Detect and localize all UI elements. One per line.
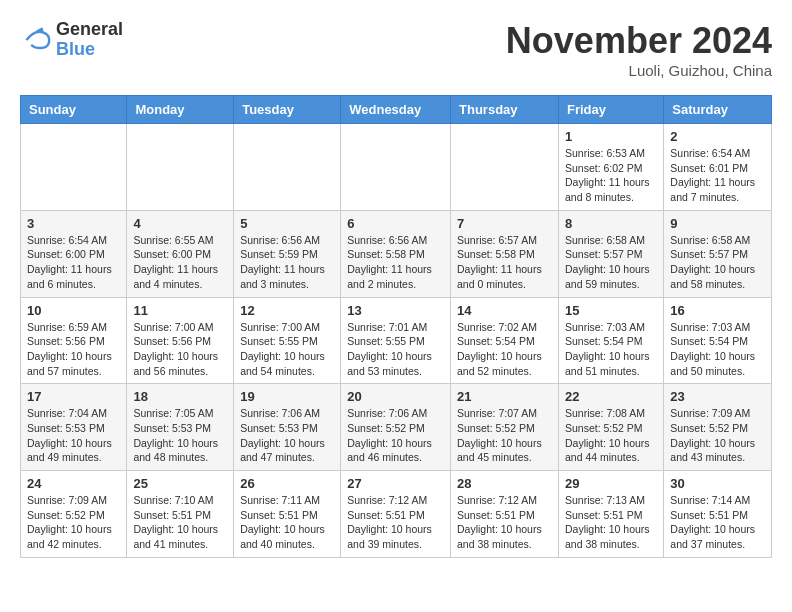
day-info: Sunrise: 6:53 AM Sunset: 6:02 PM Dayligh…	[565, 146, 657, 205]
calendar-cell: 2Sunrise: 6:54 AM Sunset: 6:01 PM Daylig…	[664, 124, 772, 211]
day-number: 22	[565, 389, 657, 404]
day-number: 26	[240, 476, 334, 491]
calendar-cell: 7Sunrise: 6:57 AM Sunset: 5:58 PM Daylig…	[451, 210, 559, 297]
calendar-week-row: 24Sunrise: 7:09 AM Sunset: 5:52 PM Dayli…	[21, 471, 772, 558]
weekday-header: Friday	[558, 96, 663, 124]
day-info: Sunrise: 7:01 AM Sunset: 5:55 PM Dayligh…	[347, 320, 444, 379]
day-info: Sunrise: 6:59 AM Sunset: 5:56 PM Dayligh…	[27, 320, 120, 379]
weekday-header: Saturday	[664, 96, 772, 124]
calendar-cell: 18Sunrise: 7:05 AM Sunset: 5:53 PM Dayli…	[127, 384, 234, 471]
calendar-cell: 9Sunrise: 6:58 AM Sunset: 5:57 PM Daylig…	[664, 210, 772, 297]
day-info: Sunrise: 7:12 AM Sunset: 5:51 PM Dayligh…	[347, 493, 444, 552]
calendar-cell	[234, 124, 341, 211]
day-info: Sunrise: 7:12 AM Sunset: 5:51 PM Dayligh…	[457, 493, 552, 552]
calendar-week-row: 3Sunrise: 6:54 AM Sunset: 6:00 PM Daylig…	[21, 210, 772, 297]
calendar-cell: 27Sunrise: 7:12 AM Sunset: 5:51 PM Dayli…	[341, 471, 451, 558]
day-number: 28	[457, 476, 552, 491]
calendar-cell: 25Sunrise: 7:10 AM Sunset: 5:51 PM Dayli…	[127, 471, 234, 558]
day-info: Sunrise: 6:54 AM Sunset: 6:00 PM Dayligh…	[27, 233, 120, 292]
page-header: General Blue November 2024 Luoli, Guizho…	[20, 20, 772, 79]
day-info: Sunrise: 7:04 AM Sunset: 5:53 PM Dayligh…	[27, 406, 120, 465]
calendar-cell	[21, 124, 127, 211]
day-number: 4	[133, 216, 227, 231]
weekday-header: Thursday	[451, 96, 559, 124]
day-number: 10	[27, 303, 120, 318]
weekday-header: Wednesday	[341, 96, 451, 124]
calendar-cell: 20Sunrise: 7:06 AM Sunset: 5:52 PM Dayli…	[341, 384, 451, 471]
logo-icon	[20, 24, 52, 56]
calendar-cell: 11Sunrise: 7:00 AM Sunset: 5:56 PM Dayli…	[127, 297, 234, 384]
calendar-cell: 8Sunrise: 6:58 AM Sunset: 5:57 PM Daylig…	[558, 210, 663, 297]
day-number: 7	[457, 216, 552, 231]
calendar-cell: 1Sunrise: 6:53 AM Sunset: 6:02 PM Daylig…	[558, 124, 663, 211]
day-number: 25	[133, 476, 227, 491]
calendar-week-row: 1Sunrise: 6:53 AM Sunset: 6:02 PM Daylig…	[21, 124, 772, 211]
calendar-cell: 28Sunrise: 7:12 AM Sunset: 5:51 PM Dayli…	[451, 471, 559, 558]
calendar-week-row: 17Sunrise: 7:04 AM Sunset: 5:53 PM Dayli…	[21, 384, 772, 471]
day-info: Sunrise: 6:58 AM Sunset: 5:57 PM Dayligh…	[670, 233, 765, 292]
calendar-cell	[341, 124, 451, 211]
day-info: Sunrise: 7:02 AM Sunset: 5:54 PM Dayligh…	[457, 320, 552, 379]
day-info: Sunrise: 7:03 AM Sunset: 5:54 PM Dayligh…	[565, 320, 657, 379]
day-info: Sunrise: 6:55 AM Sunset: 6:00 PM Dayligh…	[133, 233, 227, 292]
calendar-table: SundayMondayTuesdayWednesdayThursdayFrid…	[20, 95, 772, 558]
calendar-cell: 14Sunrise: 7:02 AM Sunset: 5:54 PM Dayli…	[451, 297, 559, 384]
calendar-cell: 22Sunrise: 7:08 AM Sunset: 5:52 PM Dayli…	[558, 384, 663, 471]
day-number: 12	[240, 303, 334, 318]
day-number: 24	[27, 476, 120, 491]
day-number: 17	[27, 389, 120, 404]
calendar-cell: 13Sunrise: 7:01 AM Sunset: 5:55 PM Dayli…	[341, 297, 451, 384]
calendar-cell: 29Sunrise: 7:13 AM Sunset: 5:51 PM Dayli…	[558, 471, 663, 558]
calendar-cell: 4Sunrise: 6:55 AM Sunset: 6:00 PM Daylig…	[127, 210, 234, 297]
calendar-cell: 24Sunrise: 7:09 AM Sunset: 5:52 PM Dayli…	[21, 471, 127, 558]
day-number: 8	[565, 216, 657, 231]
day-number: 5	[240, 216, 334, 231]
calendar-cell: 21Sunrise: 7:07 AM Sunset: 5:52 PM Dayli…	[451, 384, 559, 471]
day-info: Sunrise: 7:00 AM Sunset: 5:55 PM Dayligh…	[240, 320, 334, 379]
day-number: 9	[670, 216, 765, 231]
logo-line2: Blue	[56, 40, 123, 60]
calendar-cell: 26Sunrise: 7:11 AM Sunset: 5:51 PM Dayli…	[234, 471, 341, 558]
day-info: Sunrise: 7:06 AM Sunset: 5:53 PM Dayligh…	[240, 406, 334, 465]
weekday-header: Sunday	[21, 96, 127, 124]
day-info: Sunrise: 6:56 AM Sunset: 5:59 PM Dayligh…	[240, 233, 334, 292]
calendar-cell: 6Sunrise: 6:56 AM Sunset: 5:58 PM Daylig…	[341, 210, 451, 297]
calendar-cell: 15Sunrise: 7:03 AM Sunset: 5:54 PM Dayli…	[558, 297, 663, 384]
day-number: 23	[670, 389, 765, 404]
day-number: 30	[670, 476, 765, 491]
day-number: 1	[565, 129, 657, 144]
calendar-cell: 3Sunrise: 6:54 AM Sunset: 6:00 PM Daylig…	[21, 210, 127, 297]
calendar-cell: 30Sunrise: 7:14 AM Sunset: 5:51 PM Dayli…	[664, 471, 772, 558]
day-info: Sunrise: 7:05 AM Sunset: 5:53 PM Dayligh…	[133, 406, 227, 465]
day-info: Sunrise: 6:54 AM Sunset: 6:01 PM Dayligh…	[670, 146, 765, 205]
day-info: Sunrise: 7:09 AM Sunset: 5:52 PM Dayligh…	[670, 406, 765, 465]
day-number: 16	[670, 303, 765, 318]
logo: General Blue	[20, 20, 123, 60]
title-block: November 2024 Luoli, Guizhou, China	[506, 20, 772, 79]
calendar-cell: 10Sunrise: 6:59 AM Sunset: 5:56 PM Dayli…	[21, 297, 127, 384]
day-info: Sunrise: 7:03 AM Sunset: 5:54 PM Dayligh…	[670, 320, 765, 379]
day-info: Sunrise: 7:07 AM Sunset: 5:52 PM Dayligh…	[457, 406, 552, 465]
calendar-cell: 12Sunrise: 7:00 AM Sunset: 5:55 PM Dayli…	[234, 297, 341, 384]
day-info: Sunrise: 7:13 AM Sunset: 5:51 PM Dayligh…	[565, 493, 657, 552]
month-title: November 2024	[506, 20, 772, 62]
day-number: 2	[670, 129, 765, 144]
day-info: Sunrise: 7:10 AM Sunset: 5:51 PM Dayligh…	[133, 493, 227, 552]
day-number: 13	[347, 303, 444, 318]
calendar-cell: 19Sunrise: 7:06 AM Sunset: 5:53 PM Dayli…	[234, 384, 341, 471]
day-number: 14	[457, 303, 552, 318]
day-info: Sunrise: 7:11 AM Sunset: 5:51 PM Dayligh…	[240, 493, 334, 552]
calendar-cell: 17Sunrise: 7:04 AM Sunset: 5:53 PM Dayli…	[21, 384, 127, 471]
calendar-cell: 23Sunrise: 7:09 AM Sunset: 5:52 PM Dayli…	[664, 384, 772, 471]
weekday-header-row: SundayMondayTuesdayWednesdayThursdayFrid…	[21, 96, 772, 124]
day-number: 27	[347, 476, 444, 491]
day-number: 29	[565, 476, 657, 491]
day-number: 3	[27, 216, 120, 231]
day-number: 21	[457, 389, 552, 404]
location: Luoli, Guizhou, China	[506, 62, 772, 79]
day-info: Sunrise: 7:14 AM Sunset: 5:51 PM Dayligh…	[670, 493, 765, 552]
day-number: 18	[133, 389, 227, 404]
day-number: 11	[133, 303, 227, 318]
day-number: 19	[240, 389, 334, 404]
day-info: Sunrise: 6:58 AM Sunset: 5:57 PM Dayligh…	[565, 233, 657, 292]
